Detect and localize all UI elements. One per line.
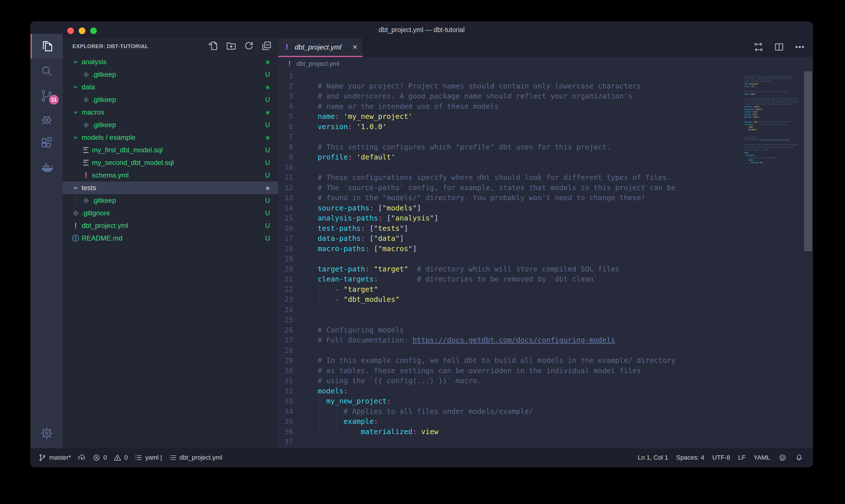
tree-item-readme-md[interactable]: ⓘREADME.mdU xyxy=(63,232,278,245)
code-line-3[interactable]: 3# and underscores. A good package name … xyxy=(278,91,676,101)
code-line-30[interactable]: 30# as tables. These settings can be ove… xyxy=(278,366,676,376)
code-line-6[interactable]: 6version: '1.0.0' xyxy=(278,122,676,132)
collapse-all-icon[interactable] xyxy=(261,40,272,53)
code-line-10[interactable]: 10 xyxy=(278,162,676,173)
code-line-26[interactable]: 26# Configuring models xyxy=(278,325,676,335)
code-line-19[interactable]: 19 xyxy=(278,254,676,264)
status-cursor-position[interactable]: Ln 1, Col 1 xyxy=(637,454,668,461)
tree-item--gitkeep[interactable]: .gitkeepU xyxy=(63,119,278,131)
activity-extensions-icon[interactable] xyxy=(31,130,63,155)
tree-item-macros[interactable]: macros xyxy=(63,106,278,119)
close-tab-icon[interactable]: × xyxy=(352,38,358,56)
tree-item--gitkeep[interactable]: .gitkeepU xyxy=(63,68,278,81)
activity-search-icon[interactable] xyxy=(31,59,63,83)
code-line-37[interactable]: 37 xyxy=(278,437,676,447)
status-git-branch-status[interactable]: master* xyxy=(38,453,71,462)
code-editor[interactable]: 12# Name your project! Project names sho… xyxy=(278,71,813,448)
code-line-35[interactable]: 35 example: xyxy=(278,416,676,427)
tree-item--gitignore[interactable]: .gitignoreU xyxy=(63,207,278,219)
code-line-22[interactable]: 22 - "target" xyxy=(278,284,676,295)
code-line-21[interactable]: 21clean-targets: # directories to be rem… xyxy=(278,274,676,284)
tree-item--gitkeep[interactable]: .gitkeepU xyxy=(63,194,278,207)
code-line-31[interactable]: 31# using the `{{ config(...) }}` macro. xyxy=(278,376,676,386)
indent-guide xyxy=(337,406,337,417)
line-number: 9 xyxy=(278,152,293,162)
code-line-34[interactable]: 34 # Applies to all files under models/e… xyxy=(278,406,676,417)
status-feedback[interactable] xyxy=(778,453,787,462)
code-line-27[interactable]: 27# Full documentation: https://docs.get… xyxy=(278,335,676,345)
status-linter-yaml[interactable]: yaml | xyxy=(134,453,162,462)
code-line-18[interactable]: 18macro-paths: ["macros"] xyxy=(278,244,676,254)
chevron-down-icon xyxy=(71,81,80,93)
status-eol[interactable]: LF xyxy=(738,454,745,461)
tree-item--gitkeep[interactable]: .gitkeepU xyxy=(63,93,278,106)
new-folder-icon[interactable] xyxy=(226,40,237,53)
code-line-13[interactable]: 13# found in the "models/" directory. Yo… xyxy=(278,193,676,203)
status-errors-count[interactable]: 0 xyxy=(92,453,107,462)
breadcrumb[interactable]: ! dbt_project.yml xyxy=(278,57,813,71)
code-line-1[interactable]: 1 xyxy=(278,71,676,81)
code-line-32[interactable]: 32models: xyxy=(278,386,676,396)
status-indentation[interactable]: Spaces: 4 xyxy=(676,454,704,461)
tree-item-models-example[interactable]: models / example xyxy=(63,131,278,144)
git-file-icon xyxy=(82,93,90,106)
tree-item-my-second-dbt-model-sql[interactable]: my_second_dbt_model.sqlU xyxy=(63,156,278,169)
status-text: Spaces: 4 xyxy=(676,454,704,461)
tree-item-schema-yml[interactable]: !schema.ymlU xyxy=(63,169,278,182)
code-line-11[interactable]: 11# These configurations specify where d… xyxy=(278,173,676,183)
code-line-2[interactable]: 2# Name your project! Project names shou… xyxy=(278,81,676,91)
tree-item-dbt-project-yml[interactable]: !dbt_project.ymlU xyxy=(63,219,278,232)
tree-item-my-first-dbt-model-sql[interactable]: my_first_dbt_model.sqlU xyxy=(63,144,278,156)
line-number: 35 xyxy=(278,416,293,427)
code-line-33[interactable]: 33 my_new_project: xyxy=(278,396,676,406)
list-icon xyxy=(134,453,143,462)
status-warnings-count[interactable]: 0 xyxy=(113,453,128,462)
bell-icon xyxy=(795,453,804,462)
code-line-24[interactable]: 24 xyxy=(278,305,676,315)
code-line-23[interactable]: 23 - "dbt_modules" xyxy=(278,294,676,305)
code-line-17[interactable]: 17data-paths: ["data"] xyxy=(278,233,676,244)
tree-item-data[interactable]: data xyxy=(63,81,278,93)
activity-settings-icon[interactable] xyxy=(31,421,63,446)
status-encoding[interactable]: UTF-8 xyxy=(713,454,730,461)
code-line-14[interactable]: 14source-paths: ["models"] xyxy=(278,203,676,213)
status-linter-file[interactable]: dbt_project.yml xyxy=(168,453,222,462)
status-notifications[interactable] xyxy=(795,453,804,462)
code-line-16[interactable]: 16test-paths: ["tests"] xyxy=(278,223,676,234)
code-line-29[interactable]: 29# In this example config, we tell dbt … xyxy=(278,355,676,366)
status-language-mode[interactable]: YAML xyxy=(754,454,770,461)
tree-item-tests[interactable]: tests xyxy=(63,182,278,194)
code-line-28[interactable]: 28 xyxy=(278,345,676,356)
status-sync-status[interactable] xyxy=(77,453,86,462)
code-line-36[interactable]: 36 materialized: view xyxy=(278,427,676,437)
line-number: 23 xyxy=(278,294,293,305)
indent-guide xyxy=(337,427,337,437)
code-line-8[interactable]: 8# This setting configures which "profil… xyxy=(278,142,676,152)
code-line-7[interactable]: 7 xyxy=(278,132,676,142)
new-file-icon[interactable] xyxy=(208,40,219,53)
code-line-5[interactable]: 5name: 'my_new_project' xyxy=(278,111,676,122)
editor-scrollbar[interactable] xyxy=(804,71,812,251)
activity-explorer-icon[interactable] xyxy=(31,34,63,58)
line-number: 3 xyxy=(278,91,293,101)
code-line-12[interactable]: 12# The `source-paths` config, for examp… xyxy=(278,183,676,193)
tree-item-analysis[interactable]: analysis xyxy=(63,56,278,68)
activity-debug-icon[interactable] xyxy=(31,107,63,131)
code-line-25[interactable]: 25 xyxy=(278,315,676,325)
git-untracked-badge: U xyxy=(263,156,272,169)
compare-icon[interactable] xyxy=(753,41,764,54)
activity-docker-icon[interactable] xyxy=(31,156,63,180)
line-number: 36 xyxy=(278,427,293,437)
split-icon[interactable] xyxy=(774,41,785,54)
code-line-15[interactable]: 15analysis-paths: ["analysis"] xyxy=(278,213,676,223)
tree-item-label: my_first_dbt_model.sql xyxy=(92,144,163,156)
tab-dbt-project-yml[interactable]: ! dbt_project.yml × xyxy=(278,38,363,57)
refresh-icon[interactable] xyxy=(243,40,255,53)
activity-source-control-icon[interactable]: 11 xyxy=(31,83,63,108)
code-line-4[interactable]: 4# name or the intended use of these mod… xyxy=(278,101,676,112)
code-line-20[interactable]: 20target-path: "target" # directory whic… xyxy=(278,264,676,274)
more-icon[interactable] xyxy=(794,41,805,54)
code-line-9[interactable]: 9profile: 'default' xyxy=(278,152,676,162)
line-number: 4 xyxy=(278,101,293,112)
minimap[interactable]: # Name your project! Project names shoul… xyxy=(744,72,805,170)
